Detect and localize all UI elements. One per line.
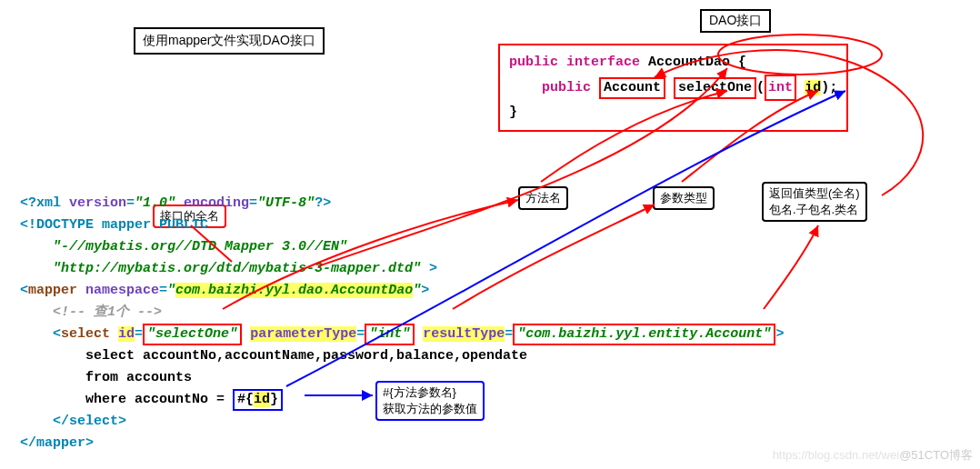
param-name: id	[805, 80, 821, 95]
select-tag: select	[61, 326, 110, 342]
rt-attr: resultType	[423, 326, 505, 342]
xml-decl-open: <?xml	[20, 195, 69, 211]
mapper-close: </mapper>	[20, 435, 94, 451]
title-box: 使用mapper文件实现DAO接口	[134, 27, 325, 55]
java-interface-block: public interface AccountDao { public Acc…	[498, 44, 848, 132]
watermark: https://blog.csdn.net/wei@51CTO博客	[773, 447, 973, 464]
xml-decl-close: ?>	[315, 195, 331, 211]
doctype-public: PUBLIC	[159, 217, 208, 233]
pt-val: int	[377, 326, 402, 342]
comment: <!-- 查1个 -->	[53, 304, 162, 320]
doctype-l3: "http://mybatis.org/dtd/mybatis-3-mapper…	[53, 261, 421, 276]
sql-param-id: id	[254, 392, 270, 407]
param-type: int	[765, 75, 796, 102]
kw-interface: interface	[566, 55, 640, 70]
enc-val: "UTF-8"	[257, 195, 315, 211]
sql-l2: from accounts	[85, 370, 192, 385]
watermark-right: @51CTO博客	[899, 448, 973, 462]
version-val: "1.0"	[135, 195, 175, 211]
mapper-tag: mapper	[28, 283, 77, 298]
brace-open: {	[738, 55, 746, 70]
title-text: 使用mapper文件实现DAO接口	[143, 33, 315, 47]
id-val: selectOne	[155, 326, 229, 342]
doctype-open: <!DOCTYPE	[20, 217, 102, 233]
sql-l1: select accountNo,accountName,password,ba…	[85, 348, 527, 364]
dao-title-box: DAO接口	[700, 9, 771, 33]
ns-val: com.baizhi.yyl.dao.AccountDao	[175, 283, 413, 298]
ns-attr: namespace	[85, 283, 159, 298]
rt-val: com.baizhi.yyl.entity.Account	[525, 326, 763, 342]
dao-title-text: DAO接口	[709, 13, 762, 27]
watermark-left: https://blog.csdn.net/wei	[773, 448, 899, 462]
select-close: </select>	[53, 414, 126, 429]
return-type: Account	[599, 77, 665, 99]
class-name: AccountDao	[648, 55, 730, 70]
doctype-name: mapper	[102, 217, 151, 233]
doctype-l2: "-//mybatis.org//DTD Mapper 3.0//EN"	[53, 239, 347, 254]
enc-attr: encoding	[184, 195, 249, 211]
kw-public: public	[509, 55, 558, 70]
xml-code-block: <?xml version="1.0" encoding="UTF-8"?> <…	[20, 171, 784, 454]
brace-close: }	[509, 105, 517, 120]
kw-public2: public	[542, 80, 591, 95]
eq: =	[126, 195, 135, 211]
method-name: selectOne	[674, 77, 756, 99]
sql-l3-pre: where accountNo =	[85, 392, 233, 407]
pt-attr: parameterType	[250, 326, 356, 342]
version-attr: version	[69, 195, 126, 211]
id-attr: id	[118, 326, 135, 342]
